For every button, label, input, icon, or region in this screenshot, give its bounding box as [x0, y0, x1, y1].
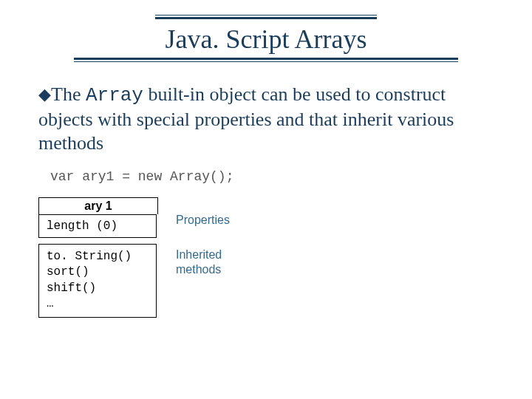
label-column: Properties Inherited methods — [176, 197, 230, 318]
method-item: … — [47, 296, 149, 313]
bullet-item: ◆The Array built-in object can be used t… — [38, 83, 494, 156]
label-line: Inherited — [176, 248, 230, 263]
methods-cell: to. String() sort() shift() … — [38, 244, 157, 318]
object-box-column: ary 1 length (0) to. String() sort() shi… — [38, 197, 158, 318]
label-gap — [176, 239, 230, 248]
object-name-header: ary 1 — [38, 197, 158, 214]
method-item: sort() — [47, 265, 149, 281]
slide-body: ◆The Array built-in object can be used t… — [38, 83, 494, 184]
slide-title-block: Java. Script Arrays — [0, 0, 532, 62]
title-rule — [155, 17, 377, 19]
box-gap — [38, 238, 158, 244]
property-cell: length (0) — [38, 214, 157, 238]
inline-code: Array — [86, 84, 143, 106]
inherited-methods-label: Inherited methods — [176, 248, 230, 279]
label-line: methods — [176, 262, 230, 278]
bullet-text-pre: The — [51, 83, 86, 105]
method-item: to. String() — [47, 249, 149, 265]
method-item: shift() — [47, 281, 149, 297]
code-example: var ary1 = new Array(); — [50, 169, 494, 184]
object-diagram: ary 1 length (0) to. String() sort() shi… — [38, 197, 532, 318]
title-rule — [74, 61, 458, 62]
diamond-bullet-icon: ◆ — [38, 85, 51, 103]
slide-title: Java. Script Arrays — [0, 24, 532, 55]
title-rule — [155, 15, 377, 16]
properties-label: Properties — [176, 214, 230, 239]
title-rule — [74, 58, 458, 60]
